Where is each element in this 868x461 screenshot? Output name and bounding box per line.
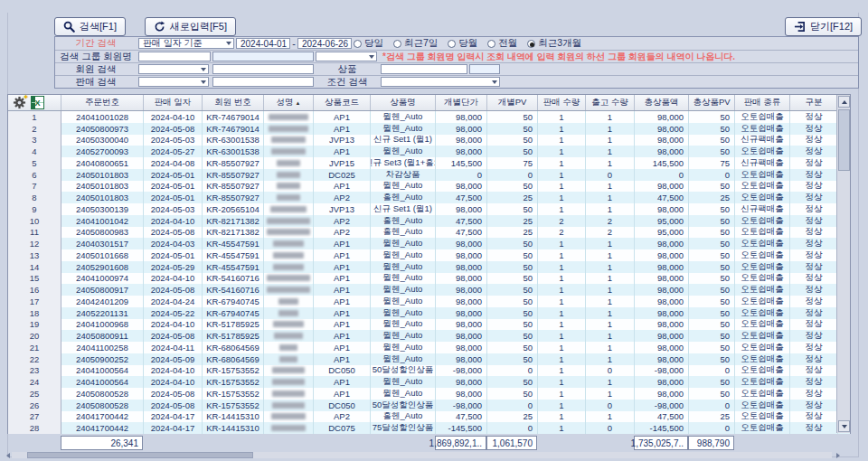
- table-row[interactable]: 5240408006512024-04-08KR-85507927JVP15신규…: [8, 157, 850, 169]
- row-number: 9: [8, 203, 61, 215]
- scroll-right-button[interactable]: [835, 452, 841, 458]
- cell-0: 24040301517: [61, 238, 144, 249]
- period-radio-2[interactable]: 당월: [448, 37, 477, 50]
- row-number: 3: [8, 135, 61, 146]
- column-header-0[interactable]: 주문번호: [61, 95, 144, 110]
- cell-13: 정상: [790, 135, 838, 146]
- column-header-8[interactable]: 판매 수량: [538, 95, 586, 110]
- table-row[interactable]: 23240410005642024-04-10KR-15753552DC0505…: [8, 365, 850, 377]
- sale-search-select[interactable]: [138, 77, 209, 87]
- column-header-7[interactable]: 개별PV: [487, 95, 538, 110]
- cell-3: [264, 123, 314, 135]
- group-member-input[interactable]: [138, 52, 211, 61]
- sale-search-input[interactable]: [212, 77, 314, 87]
- table-row[interactable]: 4240527000932024-05-27KR-63001538AP1뮐헨_A…: [8, 146, 850, 157]
- cell-8: 1: [538, 319, 586, 331]
- cell-5: 50달성할인상품: [371, 400, 436, 411]
- table-row[interactable]: 27240417004422024-04-17KR-14415310AP2홀헨_…: [8, 411, 850, 423]
- period-radio-3[interactable]: 전월: [487, 37, 517, 50]
- period-radio-0[interactable]: 당일: [354, 37, 383, 50]
- condition-search-select[interactable]: [381, 77, 500, 87]
- column-header-9[interactable]: 출고 수량: [586, 95, 635, 110]
- reset-input-button[interactable]: 새로입력[F5]: [145, 17, 236, 36]
- table-row[interactable]: 12240403015172024-04-03KR-45547591AP1뮐헨_…: [8, 238, 850, 249]
- column-header-3[interactable]: 성명▲: [264, 95, 314, 110]
- column-header-1[interactable]: 판매 일자: [144, 95, 203, 110]
- table-row[interactable]: 11240508009832024-05-08KR-82171382AP2홀헨_…: [8, 227, 850, 239]
- table-row[interactable]: 21240411002582024-04-11KR-68064569AP1뮐헨_…: [8, 342, 850, 353]
- period-radio-4[interactable]: 최근3개월: [527, 37, 581, 50]
- search-button[interactable]: 검색[F1]: [54, 17, 126, 36]
- cell-0: 24041700442: [61, 411, 144, 423]
- table-row[interactable]: 26240508005282024-05-08KR-15753552DC0505…: [8, 400, 850, 411]
- table-row[interactable]: 22240509002522024-05-09KR-68064569AP1뮐헨_…: [8, 353, 850, 365]
- table-row[interactable]: 9240503001392024-05-03KR-20565104JVP13신규…: [8, 203, 850, 215]
- column-header-10[interactable]: 총상품액: [635, 95, 689, 110]
- table-row[interactable]: 16240508009172024-05-08KR-54160716AP1뮐헨_…: [8, 284, 850, 296]
- member-search-select[interactable]: [138, 64, 209, 74]
- cell-0: 24052901608: [61, 261, 144, 273]
- product-input[interactable]: [381, 64, 467, 74]
- table-row[interactable]: 28240417004422024-04-17KR-14415310DC0757…: [8, 422, 850, 434]
- table-row[interactable]: 24240410005642024-04-10KR-15753552AP1뮐헨_…: [8, 376, 850, 388]
- column-header-2[interactable]: 회원 번호: [203, 95, 264, 110]
- scroll-down-button[interactable]: [838, 420, 850, 432]
- vertical-scrollbar[interactable]: [836, 95, 850, 433]
- table-row[interactable]: 20240508009112024-05-08KR-51785925AP1뮐헨_…: [8, 330, 850, 342]
- cell-11: 50: [689, 146, 735, 157]
- table-row[interactable]: 6240501018032024-05-01KR-85507927DC025차감…: [8, 169, 850, 181]
- column-header-4[interactable]: 상품코드: [314, 95, 371, 110]
- total-row-count: 26,341: [61, 436, 143, 450]
- cell-5: 뮐헨_Auto: [371, 376, 436, 388]
- table-row[interactable]: 17240424012092024-04-24KR-67940745AP1뮐헨_…: [8, 296, 850, 307]
- table-row[interactable]: 2240508009732024-05-08KR-74679014AP1뮐헨_A…: [8, 123, 850, 135]
- scroll-up-button[interactable]: [838, 96, 850, 108]
- cell-4: AP1: [314, 273, 371, 285]
- row-number: 10: [8, 215, 61, 227]
- table-row[interactable]: 3240503000402024-05-03KR-63001538JVP13신규…: [8, 135, 850, 146]
- table-row[interactable]: 10240410010422024-04-10KR-82171382AP2홀헨_…: [8, 215, 850, 227]
- cell-8: 1: [538, 376, 586, 388]
- cell-2: KR-54160716: [203, 284, 264, 296]
- vertical-scroll-thumb[interactable]: [838, 109, 850, 171]
- group-member-name-input[interactable]: [212, 52, 314, 61]
- cell-10: 98,000: [635, 238, 689, 249]
- table-row[interactable]: 8240501018032024-05-01KR-85507927AP2홀헨_A…: [8, 192, 850, 203]
- period-radio-1[interactable]: 최근7일: [393, 37, 438, 50]
- column-header-6[interactable]: 개별단가: [436, 95, 487, 110]
- cell-7: 25: [487, 192, 538, 203]
- column-header-12[interactable]: 판매 종류: [735, 95, 790, 110]
- column-header-11[interactable]: 총상품PV: [689, 95, 735, 110]
- date-from-picker[interactable]: 2024-04-01: [236, 38, 290, 49]
- cell-9: 1: [586, 146, 635, 157]
- scroll-left-button[interactable]: [5, 452, 11, 458]
- table-row[interactable]: 19240410009682024-04-10KR-51785925AP1뮐헨_…: [8, 319, 850, 331]
- close-button[interactable]: 닫기[F12]: [785, 17, 862, 36]
- period-basis-select[interactable]: 판매 일자 기준: [138, 38, 234, 49]
- table-row[interactable]: 13240501016682024-05-01KR-45547591AP1뮐헨_…: [8, 249, 850, 261]
- cell-11: 50: [689, 342, 735, 353]
- column-header-13[interactable]: 구분: [790, 95, 838, 110]
- cell-2: KR-45547591: [203, 238, 264, 249]
- table-row[interactable]: 7240501018032024-05-01KR-85507927AP1뮐헨_A…: [8, 181, 850, 193]
- horizontal-scroll-thumb[interactable]: [27, 452, 253, 458]
- table-row[interactable]: 25240508005282024-05-08KR-15753552AP1뮐헨_…: [8, 388, 850, 400]
- date-to-picker[interactable]: 2024-06-26: [297, 38, 352, 49]
- grid-settings-gear-icon[interactable]: ✦: [13, 96, 28, 110]
- excel-export-icon[interactable]: X: [31, 96, 44, 109]
- group-scope-select[interactable]: [316, 52, 377, 61]
- product-code-box[interactable]: [469, 64, 500, 74]
- table-row[interactable]: 1240410010282024-04-10KR-74679014AP1뮐헨_A…: [8, 111, 850, 123]
- table-row[interactable]: 14240529016082024-05-29KR-45547591AP1뮐헨_…: [8, 261, 850, 273]
- cell-9: 1: [586, 411, 635, 423]
- column-header-5[interactable]: 상품명: [371, 95, 436, 110]
- table-row[interactable]: 18240522011312024-05-22KR-67940745AP1뮐헨_…: [8, 307, 850, 319]
- table-row[interactable]: 15240410009742024-04-10KR-54160716AP1뮐헨_…: [8, 273, 850, 285]
- cell-6: 98,000: [436, 261, 487, 273]
- cell-7: 50: [487, 388, 538, 400]
- member-search-input[interactable]: [212, 64, 314, 74]
- cell-8: 1: [538, 296, 586, 307]
- cell-10: 95,000: [635, 215, 689, 227]
- cell-11: 25: [689, 411, 735, 423]
- horizontal-scrollbar[interactable]: [12, 452, 832, 458]
